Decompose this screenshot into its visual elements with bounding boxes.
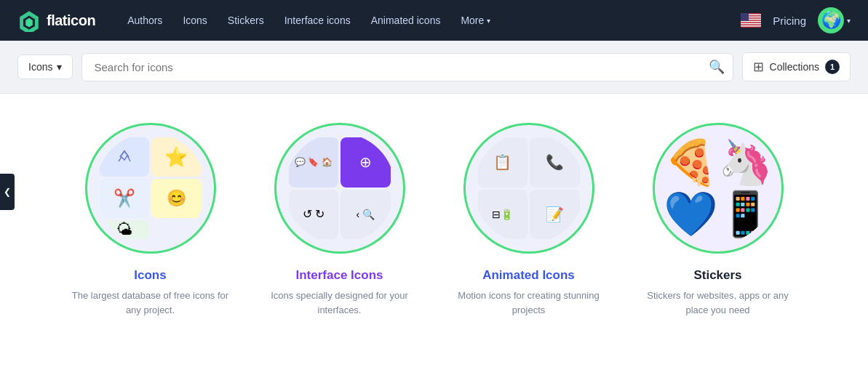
card-stickers-title: Stickers bbox=[693, 268, 741, 283]
svg-rect-10 bbox=[741, 13, 749, 21]
card-stickers-desc: Stickers for websites, apps or any place… bbox=[638, 289, 798, 317]
cell-2: ⭐ bbox=[151, 137, 202, 177]
card-stickers-inner: 🍕🦄💙📱 bbox=[663, 133, 773, 243]
card-animated-icons-circle: 📋 📞 ⊟🔋 📝 bbox=[463, 123, 594, 254]
user-menu[interactable]: 🌍 ▾ bbox=[818, 7, 851, 33]
nav-more-label: More bbox=[461, 15, 484, 26]
search-type-chevron: ▾ bbox=[57, 61, 62, 73]
cell-if-2: ⊕ bbox=[341, 137, 391, 188]
cell-5: 🌤 bbox=[100, 220, 150, 239]
cell-1 bbox=[100, 137, 150, 177]
card-interface-icons-title: Interface Icons bbox=[296, 268, 383, 283]
svg-rect-7 bbox=[741, 21, 761, 23]
card-animated-icons-desc: Motion icons for creating stunning proje… bbox=[449, 289, 609, 317]
navbar: flaticon Authors Icons Stickers Interfac… bbox=[0, 0, 868, 41]
cards-row: ⭐ ✂️ 😊 🌤 Icons The largest database of f… bbox=[44, 123, 824, 317]
search-type-dropdown[interactable]: Icons ▾ bbox=[17, 55, 73, 79]
nav-right: Pricing 🌍 ▾ bbox=[741, 7, 851, 33]
nav-links: Authors Icons Stickers Interface icons A… bbox=[119, 9, 735, 32]
cell-3: ✂️ bbox=[100, 179, 150, 218]
search-icon[interactable]: 🔍 bbox=[709, 59, 725, 75]
nav-stickers-label: Stickers bbox=[228, 15, 264, 26]
collections-label: Collections bbox=[770, 61, 819, 73]
cell-an-4: 📝 bbox=[530, 190, 580, 240]
card-interface-icons-desc: Icons specially designed for your interf… bbox=[260, 289, 420, 317]
cell-if-1: 💬 🔖 🏠 bbox=[289, 137, 339, 188]
card-stickers[interactable]: 🍕🦄💙📱 Stickers Stickers for websites, app… bbox=[638, 123, 798, 317]
user-menu-chevron: ▾ bbox=[847, 17, 851, 25]
language-flag[interactable] bbox=[741, 13, 761, 28]
search-input-wrap: 🔍 bbox=[81, 53, 733, 81]
nav-authors-label: Authors bbox=[127, 15, 162, 26]
side-toggle-icon: ❮ bbox=[4, 187, 11, 197]
card-icons[interactable]: ⭐ ✂️ 😊 🌤 Icons The largest database of f… bbox=[71, 123, 231, 317]
collections-badge: 1 bbox=[825, 60, 840, 74]
collections-grid-icon: ⊞ bbox=[753, 59, 764, 75]
svg-rect-9 bbox=[741, 25, 761, 27]
cell-an-2: 📞 bbox=[530, 137, 580, 188]
nav-stickers[interactable]: Stickers bbox=[219, 9, 273, 32]
main-content: ⭐ ✂️ 😊 🌤 Icons The largest database of f… bbox=[0, 94, 868, 346]
logo[interactable]: flaticon bbox=[17, 9, 95, 32]
cell-4: 😊 bbox=[151, 179, 202, 218]
card-icons-desc: The largest database of free icons for a… bbox=[71, 289, 231, 317]
card-icons-inner: ⭐ ✂️ 😊 🌤 bbox=[95, 133, 206, 243]
search-bar-area: Icons ▾ 🔍 ⊞ Collections 1 bbox=[0, 41, 868, 94]
nav-interface-icons-label: Interface icons bbox=[284, 15, 351, 26]
user-avatar: 🌍 bbox=[818, 7, 844, 33]
search-input[interactable] bbox=[81, 53, 733, 81]
nav-icons-label: Icons bbox=[183, 15, 207, 26]
nav-animated-icons[interactable]: Animated icons bbox=[362, 9, 450, 32]
card-interface-icons-circle: 💬 🔖 🏠 ⊕ ↺ ↻ ‹ 🔍 bbox=[274, 123, 405, 254]
nav-animated-icons-label: Animated icons bbox=[371, 15, 441, 26]
cell-an-1: 📋 bbox=[478, 137, 528, 188]
logo-icon bbox=[17, 9, 41, 32]
nav-more[interactable]: More ▾ bbox=[452, 9, 499, 32]
card-animated-icons[interactable]: 📋 📞 ⊟🔋 📝 Animated Icons Motion icons for… bbox=[449, 123, 609, 317]
card-interface-icons[interactable]: 💬 🔖 🏠 ⊕ ↺ ↻ ‹ 🔍 Interface Icons Icons sp… bbox=[260, 123, 420, 317]
cell-if-4: ‹ 🔍 bbox=[341, 190, 391, 240]
card-icons-title: Icons bbox=[134, 268, 166, 283]
svg-rect-8 bbox=[741, 23, 761, 25]
card-animated-icons-title: Animated Icons bbox=[482, 268, 575, 283]
card-interface-icons-inner: 💬 🔖 🏠 ⊕ ↺ ↻ ‹ 🔍 bbox=[284, 133, 395, 243]
cell-an-3: ⊟🔋 bbox=[478, 190, 528, 240]
nav-more-chevron: ▾ bbox=[487, 17, 490, 25]
pricing-link[interactable]: Pricing bbox=[773, 15, 806, 27]
card-stickers-circle: 🍕🦄💙📱 bbox=[653, 123, 784, 254]
side-toggle[interactable]: ❮ bbox=[0, 174, 15, 210]
logo-text: flaticon bbox=[47, 12, 95, 29]
nav-icons[interactable]: Icons bbox=[174, 9, 215, 32]
cell-if-3: ↺ ↻ bbox=[289, 190, 339, 240]
nav-interface-icons[interactable]: Interface icons bbox=[276, 9, 359, 32]
nav-authors[interactable]: Authors bbox=[119, 9, 171, 32]
collections-button[interactable]: ⊞ Collections 1 bbox=[742, 52, 851, 81]
card-icons-circle: ⭐ ✂️ 😊 🌤 bbox=[85, 123, 216, 254]
search-type-label: Icons bbox=[28, 61, 52, 73]
card-animated-icons-inner: 📋 📞 ⊟🔋 📝 bbox=[474, 133, 584, 243]
